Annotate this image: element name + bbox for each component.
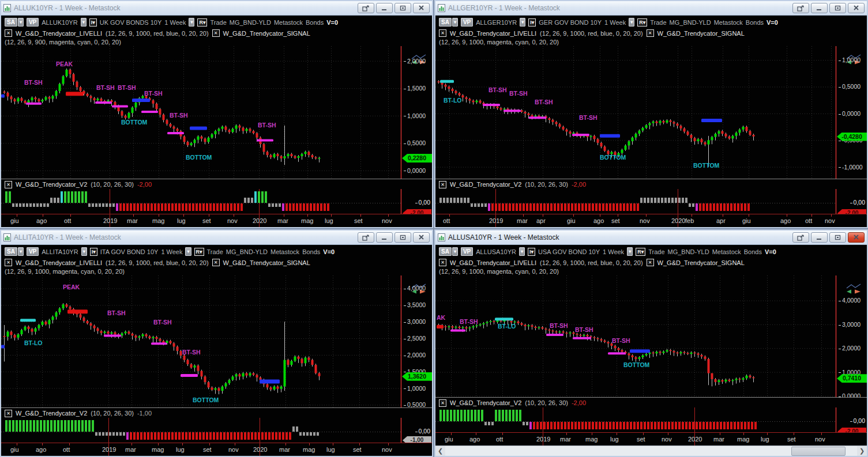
sa-button[interactable]: SA xyxy=(439,18,452,27)
panel-indicator-params: (10, 20, 26, 30) xyxy=(525,399,568,406)
remove-indicator-checkbox[interactable]: ✕ xyxy=(5,259,12,266)
minimize-button[interactable] xyxy=(376,3,393,13)
candlestick-chart[interactable]: BT-LOBT-SHBT-SHBT-SHBT-SHBOTTOMBOTTOM 1,… xyxy=(435,46,867,179)
remove-indicator-checkbox[interactable]: ✕ xyxy=(439,259,446,266)
interval-button[interactable]: I▾ xyxy=(89,18,97,27)
minimize-button[interactable] xyxy=(811,3,828,13)
detach-window-button[interactable] xyxy=(792,3,809,13)
svg-text:BT-SH: BT-SH xyxy=(118,84,136,91)
remove-indicator-checkbox[interactable]: ✕ xyxy=(212,29,220,37)
remove-indicator-checkbox[interactable]: ✕ xyxy=(439,399,446,407)
time-axis-label: apr xyxy=(536,217,546,224)
price-axis[interactable]: 4,00003,00002,00001,00000,00000,7410 xyxy=(837,275,867,397)
panel-header: ✕ W_G&D_Trendycator_V2 (10, 20, 26, 30) … xyxy=(435,398,867,407)
remove-indicator-checkbox[interactable]: ✕ xyxy=(212,259,220,266)
window-titlebar[interactable]: ALLUK10YR - 1 Week - Metastock xyxy=(1,1,432,16)
sa-dropdown-arrow[interactable]: ▾ xyxy=(452,18,458,27)
maximize-button[interactable] xyxy=(394,3,411,13)
time-axis-tick xyxy=(592,433,592,435)
detach-window-button[interactable] xyxy=(358,232,374,243)
minimize-button[interactable] xyxy=(376,232,393,243)
symbol-dropdown-arrow[interactable]: ▾ xyxy=(81,247,87,256)
period-dropdown-arrow[interactable]: ▾ xyxy=(185,247,191,256)
price-plot: PEAKBT-LOBT-SHBT-SHBT-SHBOTTOM xyxy=(1,275,402,407)
candlestick-chart[interactable]: BT-SHPEAKBT-SHBT-SHBT-SHBOTTOMBT-SHBOTTO… xyxy=(1,46,432,179)
price-plot: BT-SHPEAKBT-SHBT-SHBT-SHBOTTOMBT-SHBOTTO… xyxy=(1,46,402,179)
r-button[interactable]: R▾ xyxy=(197,18,207,27)
candlestick-chart[interactable]: PEAKBT-LOBT-SHBT-SHBT-SHBOTTOM 4,00003,5… xyxy=(1,275,432,407)
svg-text:PEAK: PEAK xyxy=(56,61,73,67)
time-axis-label: giu xyxy=(445,436,453,443)
detach-window-button[interactable] xyxy=(792,232,809,243)
remove-indicator-checkbox[interactable]: ✕ xyxy=(647,259,654,266)
time-axis[interactable]: giuagoott2019marmaglugsetnov2020marmaglu… xyxy=(1,443,432,456)
remove-indicator-checkbox[interactable]: ✕ xyxy=(5,181,12,188)
period-dropdown-arrow[interactable]: ▾ xyxy=(189,18,194,27)
time-axis[interactable]: giuagoott2019marmaglugsetnov2020marmaglu… xyxy=(1,214,432,227)
time-axis-tick xyxy=(646,214,647,217)
instrument-label: GER GOV BOND 10Y xyxy=(539,19,602,26)
r-button[interactable]: R▾ xyxy=(194,248,204,256)
window-titlebar[interactable]: ALLUSA10YR - 1 Week - Metastock xyxy=(435,231,867,245)
interval-button[interactable]: I▾ xyxy=(528,18,536,27)
period-dropdown-arrow[interactable]: ▾ xyxy=(629,18,634,27)
time-axis-label: mag xyxy=(585,436,598,443)
sa-dropdown-arrow[interactable]: ▾ xyxy=(452,247,458,256)
sa-button[interactable]: SA xyxy=(439,247,452,256)
remove-indicator-checkbox[interactable]: ✕ xyxy=(439,181,446,188)
time-axis[interactable]: giuagoott2019marmaglugsetnov2020marmaglu… xyxy=(435,433,867,445)
window-titlebar[interactable]: ALLITA10YR - 1 Week - Metastock xyxy=(1,231,432,245)
scroll-right-arrow[interactable]: ❯ xyxy=(857,446,867,456)
interval-button[interactable]: I▾ xyxy=(528,248,535,256)
close-icon[interactable] xyxy=(413,3,430,13)
remove-indicator-checkbox[interactable]: ✕ xyxy=(5,29,12,37)
symbol-dropdown-arrow[interactable]: ▾ xyxy=(520,18,525,27)
sa-button[interactable]: SA xyxy=(5,18,17,27)
price-axis[interactable]: 1,00000,50000,0000-0,5000-1,0000-0,4280 xyxy=(837,46,867,179)
sa-dropdown-arrow[interactable]: ▾ xyxy=(18,18,24,27)
trendycator-histogram: 0,00-2,00 xyxy=(1,189,432,214)
scrollbar-track[interactable] xyxy=(445,446,857,456)
svg-text:BT-SH: BT-SH xyxy=(24,79,43,86)
price-axis[interactable]: 2,00001,50001,00000,50000,00000,2280 xyxy=(402,46,432,179)
scroll-left-arrow[interactable]: ❮ xyxy=(435,446,445,456)
sa-dropdown-arrow[interactable]: ▾ xyxy=(18,247,24,256)
horizontal-scrollbar[interactable]: ❮ ❯ xyxy=(435,445,867,456)
candlestick-chart[interactable]: AKBT-SHBT-LOBT-SHBT-SHBT-SHBOTTOM 4,0000… xyxy=(435,275,867,397)
time-axis[interactable]: ott2019maraprgiuagosetnov2020febaprgiuag… xyxy=(435,214,867,227)
maximize-button[interactable] xyxy=(394,232,411,243)
svg-text:BT-SH: BT-SH xyxy=(509,90,528,97)
close-icon[interactable] xyxy=(413,232,430,243)
time-axis-tick xyxy=(617,433,617,435)
vp-button[interactable]: VP xyxy=(27,247,39,256)
indicator-row-livelli: ✕ W_G&D_Trendycator_LIVELLI (12, 26, 9, … xyxy=(435,28,867,37)
remove-indicator-checkbox[interactable]: ✕ xyxy=(647,29,654,37)
time-axis-tick xyxy=(69,443,70,445)
time-axis-tick xyxy=(183,214,184,217)
maximize-button[interactable] xyxy=(829,3,846,13)
y-axis-tick-label: 1,0000 xyxy=(404,112,426,119)
vp-button[interactable]: VP xyxy=(27,18,39,27)
remove-indicator-checkbox[interactable]: ✕ xyxy=(439,29,446,37)
time-axis-label: mag xyxy=(737,436,749,443)
time-axis-label: set xyxy=(787,436,796,443)
time-axis-tick xyxy=(133,214,134,217)
symbol-dropdown-arrow[interactable]: ▾ xyxy=(81,18,87,27)
r-button[interactable]: R▾ xyxy=(637,18,647,27)
r-button[interactable]: R▾ xyxy=(636,248,645,256)
price-axis[interactable]: 4,00003,50003,00002,50002,00001,50001,00… xyxy=(402,275,432,407)
period-dropdown-arrow[interactable]: ▾ xyxy=(627,247,633,256)
remove-indicator-checkbox[interactable]: ✕ xyxy=(5,410,12,417)
symbol-dropdown-arrow[interactable]: ▾ xyxy=(519,247,525,256)
close-icon[interactable] xyxy=(848,3,865,13)
window-titlebar[interactable]: ALLGER10YR - 1 Week - Metastock xyxy=(435,1,867,16)
close-icon[interactable] xyxy=(848,232,865,243)
minimize-button[interactable] xyxy=(811,232,828,243)
maximize-button[interactable] xyxy=(829,232,846,243)
vp-button[interactable]: VP xyxy=(461,18,473,27)
scrollbar-thumb[interactable] xyxy=(791,447,846,456)
interval-button[interactable]: I▾ xyxy=(90,248,97,256)
vp-button[interactable]: VP xyxy=(461,247,473,256)
sa-button[interactable]: SA xyxy=(5,247,17,256)
detach-window-button[interactable] xyxy=(358,3,374,13)
